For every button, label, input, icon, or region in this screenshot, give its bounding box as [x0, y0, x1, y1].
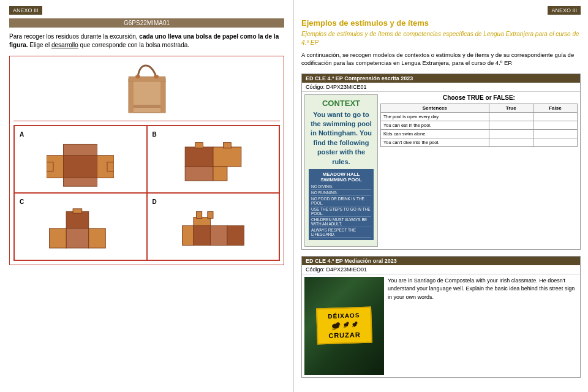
svg-rect-10 — [64, 144, 97, 155]
svg-rect-1 — [129, 105, 165, 108]
context-main-text: You want to go to the swimming pool in N… — [309, 110, 374, 167]
svg-rect-25 — [182, 225, 193, 245]
pool-rule-6: ALWAYS RESPECT THE LIFEGUARD. — [311, 227, 371, 238]
option-c-svg — [20, 208, 141, 255]
true-cell-4 — [489, 138, 533, 146]
tf-title: Choose TRUE or FALSE: — [380, 94, 578, 101]
tf-header-true: True — [489, 104, 533, 112]
context-label: CONTEXT — [322, 99, 360, 108]
svg-rect-19 — [223, 143, 231, 148]
instruction-text: Para recoger los residuos durante la exc… — [9, 32, 284, 50]
svg-rect-22 — [50, 228, 66, 248]
svg-rect-28 — [227, 225, 244, 245]
true-cell-1 — [489, 112, 533, 121]
svg-marker-3 — [160, 79, 165, 113]
pool-rule-5: CHILDREN MUST ALWAYS BE WITH AN ADULT. — [311, 217, 371, 227]
pool-rule-2: NO RUNNING. — [311, 190, 371, 196]
pool-rules-list: NO DIVING. NO RUNNING. NO FOOD OR DRINK … — [311, 184, 371, 238]
card1-code: Código: D4PX23MICE01 — [302, 83, 580, 92]
pool-info-box: MEADOW HALL SWIMMING POOL NO DIVING. NO … — [309, 169, 374, 240]
svg-rect-4 — [129, 77, 165, 81]
option-b-svg — [153, 140, 274, 187]
svg-rect-18 — [195, 143, 203, 148]
card2-code: Código: D4PX23MIEO01 — [302, 265, 580, 274]
svg-line-44 — [354, 326, 355, 328]
svg-rect-26 — [194, 225, 211, 245]
left-panel: ANEXO III G6PS22MIMA01 Para recoger los … — [0, 0, 294, 392]
option-a-cell: A — [14, 126, 147, 193]
net-container: A B — [9, 56, 284, 265]
option-a-label: A — [20, 131, 141, 138]
option-d-svg — [153, 208, 274, 255]
sentence-1: The pool is open every day. — [381, 112, 489, 121]
svg-rect-23 — [89, 228, 106, 248]
svg-line-43 — [353, 326, 353, 328]
svg-rect-20 — [66, 211, 89, 228]
table-row: You can't dive into the pool. — [381, 138, 578, 146]
right-panel: ANEXO III Ejemplos de estímulos y de íte… — [294, 0, 588, 392]
svg-rect-30 — [196, 211, 202, 218]
options-grid: A B — [13, 125, 280, 261]
right-top-bar: ANEXO III — [548, 6, 581, 15]
pool-rule-4: USE THE STEPS TO GO IN THE POOL. — [311, 206, 371, 217]
net-c-svg — [47, 208, 114, 254]
svg-line-35 — [333, 329, 333, 330]
svg-rect-21 — [66, 228, 89, 248]
svg-rect-31 — [208, 211, 213, 218]
table-row: You can eat in the pool. — [381, 121, 578, 129]
svg-line-34 — [340, 325, 341, 325]
intro-text: A continuación, se recogen modelos de co… — [301, 51, 581, 67]
left-top-bar: ANEXO III — [9, 6, 42, 15]
option-d-cell: D — [147, 193, 280, 260]
sign-text-top: DÉIXAOS — [320, 312, 368, 320]
sign-text-bottom: CRUZAR — [320, 331, 368, 340]
exercise-code: G6PS22MIMA01 — [9, 18, 284, 28]
svg-point-6 — [154, 75, 159, 78]
true-cell-3 — [489, 129, 533, 138]
option-b-cell: B — [147, 126, 280, 193]
mediation-body: DÉIXAOS — [302, 274, 580, 377]
section-subtitle: Ejemplos de estímulos y de ítems de comp… — [301, 30, 581, 47]
svg-rect-16 — [185, 167, 213, 181]
svg-rect-12 — [47, 162, 53, 172]
sentence-3: Kids can swim alone. — [381, 129, 489, 138]
option-b-label: B — [153, 131, 274, 138]
street-sign-box: DÉIXAOS — [304, 277, 384, 375]
svg-line-39 — [344, 326, 345, 328]
false-cell-4 — [533, 138, 577, 146]
mediation-card: ED CLE 4.º EP Mediación oral 2023 Código… — [301, 256, 581, 378]
option-c-cell: C — [14, 193, 147, 260]
yellow-sign: DÉIXAOS — [316, 307, 372, 345]
card1-body: CONTEXT You want to go to the swimming p… — [302, 92, 580, 249]
svg-rect-7 — [64, 156, 97, 178]
duck-row — [320, 320, 368, 331]
tf-header-false: False — [533, 104, 577, 112]
tf-header-sentences: Sentences — [381, 104, 489, 112]
reading-comprehension-card: ED CLE 4.º EP Comprensión escrita 2023 C… — [301, 74, 581, 250]
option-c-label: C — [20, 198, 141, 205]
svg-rect-14 — [185, 147, 213, 167]
svg-rect-13 — [107, 162, 114, 172]
svg-rect-27 — [210, 225, 227, 245]
false-cell-3 — [533, 129, 577, 138]
net-b-svg — [179, 141, 247, 187]
duck-small-icon-1 — [342, 321, 350, 328]
pool-rule-1: NO DIVING. — [311, 184, 371, 190]
svg-line-36 — [334, 329, 335, 330]
svg-rect-17 — [213, 167, 227, 181]
duck-small-icon-2 — [351, 321, 358, 328]
mediation-instruction-text: You are in Santiago de Compostela with y… — [388, 277, 578, 302]
context-box: CONTEXT You want to go to the swimming p… — [304, 94, 378, 247]
net-d-svg — [179, 208, 247, 254]
right-content: Ejemplos de estímulos y de ítems Ejemplo… — [301, 18, 581, 384]
option-a-svg — [20, 140, 141, 187]
false-cell-2 — [533, 121, 577, 129]
sentence-4: You can't dive into the pool. — [381, 138, 489, 146]
paper-bag-svg — [123, 61, 172, 116]
svg-rect-11 — [64, 178, 97, 186]
sentence-2: You can eat in the pool. — [381, 121, 489, 129]
option-d-label: D — [153, 198, 274, 205]
duck-large-icon — [330, 322, 341, 331]
net-a-svg — [47, 141, 114, 187]
svg-marker-2 — [129, 79, 134, 113]
